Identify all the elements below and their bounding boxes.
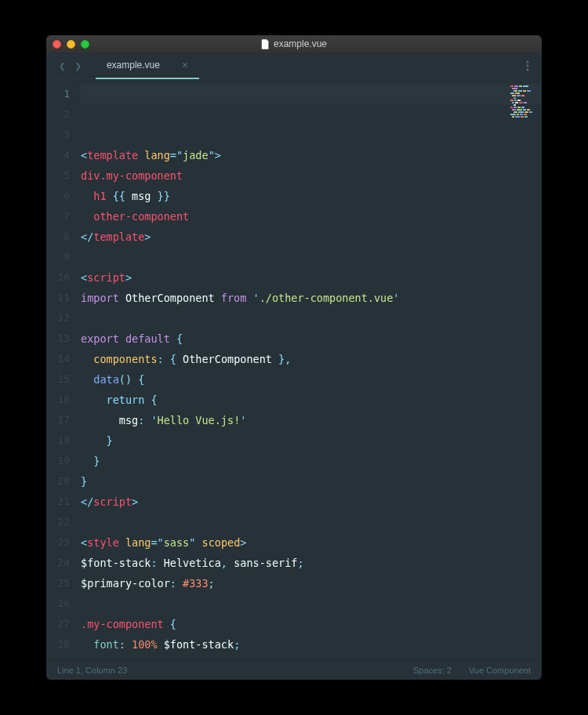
window-title: example.vue bbox=[46, 38, 542, 49]
line-number: 27 bbox=[46, 614, 81, 634]
line-number: 10 bbox=[46, 267, 81, 288]
more-menu-button[interactable] bbox=[517, 60, 539, 71]
window-title-text: example.vue bbox=[274, 38, 327, 49]
line-number: 6 bbox=[46, 186, 81, 206]
code-line[interactable]: msg: 'Hello Vue.js!' bbox=[81, 410, 542, 430]
code-line[interactable]: return { bbox=[81, 390, 542, 410]
line-number: 22 bbox=[46, 512, 81, 532]
line-number: 9 bbox=[46, 247, 81, 267]
line-number: 13 bbox=[46, 328, 81, 349]
file-icon bbox=[261, 39, 270, 49]
line-number: 4 bbox=[46, 145, 81, 165]
code-line[interactable]: <script> bbox=[81, 267, 542, 288]
code-line[interactable] bbox=[81, 593, 542, 614]
code-line[interactable]: color: $primary-color; bbox=[81, 655, 542, 659]
code-line[interactable]: other-component bbox=[81, 206, 542, 227]
line-number: 24 bbox=[46, 553, 81, 573]
code-line[interactable]: </script> bbox=[81, 492, 542, 512]
tab-example-vue[interactable]: example.vue × bbox=[96, 53, 199, 79]
line-number-gutter: 1234567891011121314151617181920212223242… bbox=[46, 79, 81, 659]
code-line[interactable]: } bbox=[81, 430, 542, 451]
code-line[interactable]: $font-stack: Helvetica, sans-serif; bbox=[81, 553, 542, 573]
line-number: 28 bbox=[46, 634, 81, 655]
code-line[interactable]: export default { bbox=[81, 328, 542, 349]
editor-area[interactable]: 1234567891011121314151617181920212223242… bbox=[46, 79, 542, 659]
code-content[interactable]: <template lang="jade">div.my-component h… bbox=[81, 79, 542, 659]
nav-arrows: ❮ ❯ bbox=[49, 58, 91, 74]
line-number: 11 bbox=[46, 288, 81, 308]
zoom-window-button[interactable] bbox=[81, 40, 89, 49]
more-vertical-icon bbox=[526, 60, 529, 71]
svg-point-2 bbox=[527, 68, 529, 71]
line-number: 5 bbox=[46, 165, 81, 186]
minimize-window-button[interactable] bbox=[67, 40, 75, 49]
line-number: 26 bbox=[46, 593, 81, 614]
titlebar: example.vue bbox=[46, 35, 542, 53]
line-number: 25 bbox=[46, 573, 81, 593]
line-number: 1 bbox=[46, 84, 81, 104]
code-line[interactable]: import OtherComponent from './other-comp… bbox=[81, 288, 542, 308]
line-number: 20 bbox=[46, 471, 81, 492]
line-number: 8 bbox=[46, 227, 81, 247]
line-number: 17 bbox=[46, 410, 81, 430]
cursor-position[interactable]: Line 1, Column 23 bbox=[57, 666, 127, 675]
line-number: 23 bbox=[46, 532, 81, 553]
toolbar: ❮ ❯ example.vue × bbox=[46, 53, 542, 79]
code-line[interactable]: font: 100% $font-stack; bbox=[81, 634, 542, 655]
line-number: 15 bbox=[46, 369, 81, 390]
code-line[interactable]: <style lang="sass" scoped> bbox=[81, 532, 542, 553]
line-number: 18 bbox=[46, 430, 81, 451]
line-number: 19 bbox=[46, 451, 81, 471]
code-line[interactable]: components: { OtherComponent }, bbox=[81, 349, 542, 369]
tab-label: example.vue bbox=[107, 60, 160, 71]
code-line[interactable] bbox=[81, 512, 542, 532]
code-line[interactable]: h1 {{ msg }} bbox=[81, 186, 542, 206]
code-line[interactable]: data() { bbox=[81, 369, 542, 390]
svg-point-0 bbox=[527, 60, 529, 63]
indent-setting[interactable]: Spaces: 2 bbox=[413, 666, 452, 675]
code-line[interactable]: </template> bbox=[81, 227, 542, 247]
close-window-button[interactable] bbox=[53, 40, 61, 49]
line-number: 16 bbox=[46, 390, 81, 410]
svg-point-1 bbox=[527, 64, 529, 67]
line-number: 3 bbox=[46, 125, 81, 145]
code-line[interactable]: .my-component { bbox=[81, 614, 542, 634]
editor-window: example.vue ❮ ❯ example.vue × 1234567891… bbox=[46, 35, 542, 680]
code-line[interactable] bbox=[81, 308, 542, 328]
line-number: 14 bbox=[46, 349, 81, 369]
code-line[interactable]: <template lang="jade"> bbox=[81, 145, 542, 165]
line-number: 7 bbox=[46, 206, 81, 227]
code-line[interactable]: } bbox=[81, 451, 542, 471]
line-number: 2 bbox=[46, 104, 81, 125]
line-number: 12 bbox=[46, 308, 81, 328]
code-line[interactable]: } bbox=[81, 471, 542, 492]
minimap[interactable] bbox=[510, 85, 537, 118]
active-line-highlight bbox=[81, 84, 542, 104]
code-line[interactable] bbox=[81, 247, 542, 267]
line-number: 21 bbox=[46, 492, 81, 512]
code-line[interactable]: $primary-color: #333; bbox=[81, 573, 542, 593]
nav-forward-button[interactable]: ❯ bbox=[71, 58, 84, 74]
tab-close-button[interactable]: × bbox=[182, 59, 188, 71]
traffic-lights bbox=[53, 40, 89, 49]
syntax-mode[interactable]: Vue Component bbox=[469, 666, 531, 675]
code-line[interactable]: div.my-component bbox=[81, 165, 542, 186]
statusbar: Line 1, Column 23 Spaces: 2 Vue Componen… bbox=[46, 659, 542, 680]
nav-back-button[interactable]: ❮ bbox=[56, 58, 68, 74]
